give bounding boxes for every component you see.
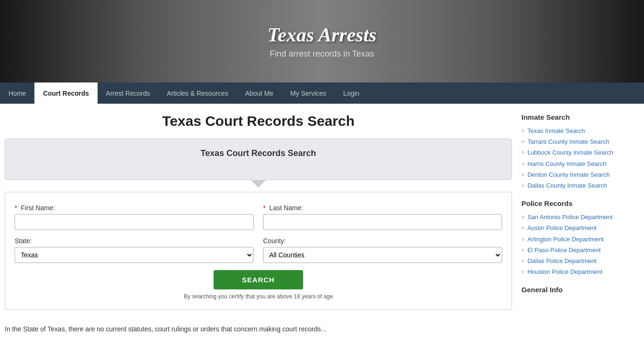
list-item: Denton County Inmate Search — [521, 171, 639, 179]
site-title: Texas Arrests — [267, 24, 376, 46]
nav-articles[interactable]: Articles & Resources — [158, 82, 237, 104]
sidebar-police-records: Police Records San Antonio Police Depart… — [521, 199, 639, 276]
first-name-label: * First Name: — [15, 204, 254, 212]
list-item: El Paso Police Department — [521, 246, 639, 255]
sidebar-general-info: General Info — [521, 286, 639, 295]
required-star-first: * — [15, 204, 17, 212]
main-nav: Home Court Records Arrest Records Articl… — [0, 82, 644, 104]
site-header: Texas Arrests Find arrest records in Tex… — [0, 0, 644, 82]
search-form-container: * First Name: * Last Name: State: — [5, 192, 512, 310]
inmate-texas-link[interactable]: Texas Inmate Search — [528, 127, 585, 135]
police-dallas-link[interactable]: Dallas Police Department — [528, 257, 597, 265]
first-name-input[interactable] — [15, 214, 254, 230]
police-arlington-link[interactable]: Arlington Police Department — [528, 235, 604, 244]
nav-about-me[interactable]: About Me — [237, 82, 282, 104]
list-item: San Antonio Police Department — [521, 213, 639, 222]
last-name-group: * Last Name: — [263, 204, 502, 230]
police-san-antonio-link[interactable]: San Antonio Police Department — [528, 213, 613, 222]
list-item: Austin Police Department — [521, 224, 639, 232]
state-group: State: Texas — [15, 237, 254, 263]
inmate-denton-link[interactable]: Denton County Inmate Search — [528, 171, 610, 179]
inmate-dallas-link[interactable]: Dallas County Inmate Search — [528, 181, 607, 190]
search-box-title: Texas Court Records Search — [19, 148, 497, 165]
nav-services[interactable]: My Services — [282, 82, 335, 104]
police-houston-link[interactable]: Houston Police Department — [528, 268, 603, 276]
first-name-group: * First Name: — [15, 204, 254, 230]
last-name-label: * Last Name: — [263, 204, 502, 212]
search-note: By searching you certify that you are ab… — [15, 293, 502, 300]
sidebar-inmate-search: Inmate Search Texas Inmate Search Tarran… — [521, 113, 639, 190]
nav-login[interactable]: Login — [335, 82, 368, 104]
inmate-tarrant-link[interactable]: Tarrant County Inmate Search — [528, 138, 609, 146]
search-box-header: Texas Court Records Search — [5, 139, 512, 180]
list-item: Arlington Police Department — [521, 235, 639, 244]
police-records-title: Police Records — [521, 199, 639, 208]
header-content: Texas Arrests Find arrest records in Tex… — [267, 24, 376, 59]
inmate-lubbock-link[interactable]: Lubbock County Inmate Search — [528, 148, 613, 157]
county-select[interactable]: All Counties — [263, 247, 502, 263]
location-row: State: Texas County: All Counties — [15, 237, 502, 263]
site-subtitle: Find arrest records in Texas — [267, 49, 376, 59]
inmate-search-title: Inmate Search — [521, 113, 639, 122]
general-info-title: General Info — [521, 286, 639, 295]
inmate-search-list: Texas Inmate Search Tarrant County Inmat… — [521, 127, 639, 190]
required-star-last: * — [263, 204, 265, 212]
last-name-input[interactable] — [263, 214, 502, 230]
list-item: Dallas Police Department — [521, 257, 639, 265]
header-image-right — [503, 0, 644, 82]
state-label: State: — [15, 237, 254, 245]
page-title: Texas Court Records Search — [5, 113, 512, 129]
sidebar: Inmate Search Texas Inmate Search Tarran… — [521, 113, 639, 334]
nav-court-records[interactable]: Court Records — [34, 82, 97, 104]
search-button[interactable]: SEARCH — [214, 270, 303, 289]
police-records-list: San Antonio Police Department Austin Pol… — [521, 213, 639, 276]
nav-arrest-records[interactable]: Arrest Records — [98, 82, 158, 104]
header-image-left — [0, 0, 141, 82]
nav-home[interactable]: Home — [0, 82, 34, 104]
main-content: Texas Court Records Search Texas Court R… — [5, 113, 512, 334]
list-item: Harris County Inmate Search — [521, 160, 639, 168]
search-box-arrow — [251, 180, 265, 187]
list-item: Texas Inmate Search — [521, 127, 639, 135]
bottom-text: In the State of Texas, there are no curr… — [5, 324, 512, 334]
county-label: County: — [263, 237, 502, 245]
name-row: * First Name: * Last Name: — [15, 204, 502, 230]
state-select[interactable]: Texas — [15, 247, 254, 263]
list-item: Tarrant County Inmate Search — [521, 138, 639, 146]
police-austin-link[interactable]: Austin Police Department — [528, 224, 597, 232]
page-wrapper: Texas Court Records Search Texas Court R… — [0, 104, 644, 344]
inmate-harris-link[interactable]: Harris County Inmate Search — [528, 160, 607, 168]
list-item: Houston Police Department — [521, 268, 639, 276]
list-item: Lubbock County Inmate Search — [521, 148, 639, 157]
police-elpaso-link[interactable]: El Paso Police Department — [528, 246, 601, 255]
list-item: Dallas County Inmate Search — [521, 181, 639, 190]
county-group: County: All Counties — [263, 237, 502, 263]
